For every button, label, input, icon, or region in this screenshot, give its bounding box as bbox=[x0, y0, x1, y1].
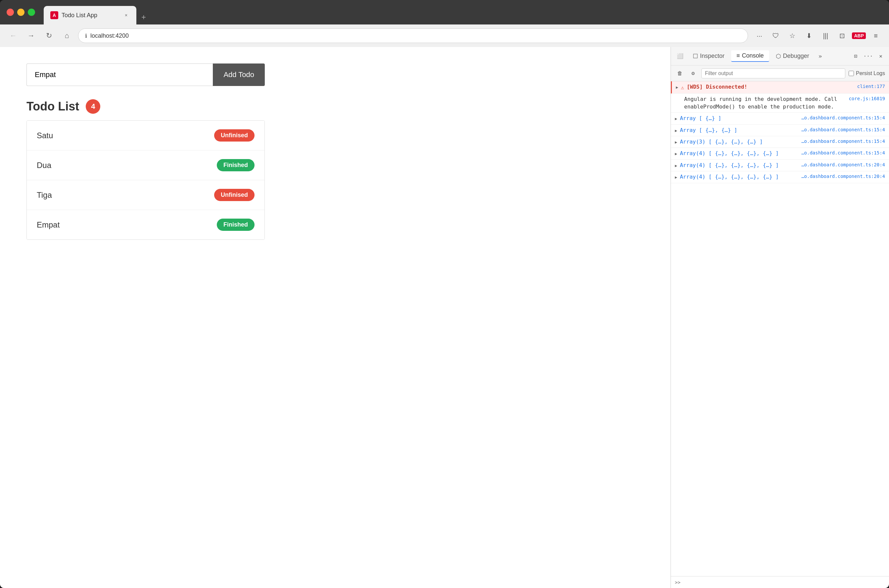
console-entry: ▶ Array(4) [ {…}, {…}, {…}, {…} ] …o.das… bbox=[671, 148, 889, 159]
nav-right-icons: ··· 🛡 ☆ ⬇ ||| ⊡ ABP ≡ bbox=[753, 29, 882, 42]
console-tab[interactable]: ≡ Console bbox=[731, 50, 769, 62]
console-entry: ▶ Array(3) [ {…}, {…}, {…} ] …o.dashboar… bbox=[671, 136, 889, 148]
filter-input[interactable] bbox=[701, 69, 845, 78]
traffic-light-minimize[interactable] bbox=[17, 9, 24, 16]
status-badge: Unfinised bbox=[214, 129, 254, 141]
console-prompt-icon: >> bbox=[675, 580, 680, 585]
expand-icon[interactable]: ▶ bbox=[675, 128, 677, 134]
console-multiline: Angular is running in the development mo… bbox=[684, 96, 846, 111]
console-text: Array(3) [ {…}, {…}, {…} ] bbox=[680, 138, 799, 146]
new-tab-button[interactable]: + bbox=[136, 10, 151, 24]
console-footer: >> bbox=[671, 576, 889, 588]
expand-icon[interactable]: ▶ bbox=[675, 151, 677, 157]
inspector-tab-label: Inspector bbox=[700, 52, 725, 60]
console-tab-label: Console bbox=[742, 52, 764, 59]
more-button[interactable]: ··· bbox=[753, 29, 766, 42]
console-text: Array [ {…}, {…} ] bbox=[680, 127, 799, 134]
todo-input[interactable] bbox=[27, 63, 213, 86]
forward-button[interactable]: → bbox=[24, 29, 38, 42]
info-icon: ℹ bbox=[85, 33, 87, 39]
menu-button[interactable]: ≡ bbox=[869, 29, 882, 42]
download-button[interactable]: ⬇ bbox=[802, 29, 815, 42]
todo-list-title: Todo List bbox=[27, 99, 79, 113]
console-source-link[interactable]: …o.dashboard.component.ts:20:4 bbox=[801, 173, 885, 180]
console-source-link[interactable]: …o.dashboard.component.ts:15:4 bbox=[801, 150, 885, 156]
console-tab-icon: ≡ bbox=[736, 52, 740, 59]
browser-window: A Todo List App × + ← → ↻ ⌂ ℹ localhost:… bbox=[0, 0, 889, 588]
library-button[interactable]: ||| bbox=[819, 29, 832, 42]
persist-logs-toggle[interactable]: Persist Logs bbox=[848, 70, 885, 76]
console-text: Array(4) [ {…}, {…}, {…}, {…} ] bbox=[680, 150, 799, 157]
nav-bar: ← → ↻ ⌂ ℹ localhost:4200 ··· 🛡 ☆ ⬇ ||| ⊡… bbox=[0, 24, 889, 47]
todo-count-badge: 4 bbox=[86, 99, 100, 114]
status-badge: Unfinised bbox=[214, 189, 254, 201]
debugger-tab-label: Debugger bbox=[783, 52, 809, 60]
console-entry: ▶ Array [ {…}, {…} ] …o.dashboard.compon… bbox=[671, 124, 889, 136]
tab-title: Todo List App bbox=[62, 12, 119, 19]
inspector-tab-icon: ☐ bbox=[693, 52, 698, 60]
devtools-dock-button[interactable]: ⊡ bbox=[851, 51, 860, 61]
todo-item-name: Tiga bbox=[37, 190, 52, 200]
add-todo-button[interactable]: Add Todo bbox=[213, 63, 265, 86]
devtools-icon[interactable]: ⬜ bbox=[674, 50, 686, 62]
star-button[interactable]: ☆ bbox=[786, 29, 799, 42]
expand-icon[interactable]: ▶ bbox=[675, 116, 677, 122]
back-button[interactable]: ← bbox=[7, 29, 20, 42]
devtools-right-icons: ⊡ ··· ✕ bbox=[851, 51, 886, 61]
persist-logs-label: Persist Logs bbox=[856, 70, 885, 76]
console-source-link[interactable]: core.js:16819 bbox=[848, 96, 885, 102]
console-text: [WDS] Disconnected! bbox=[687, 83, 854, 91]
tab-favicon: A bbox=[50, 11, 58, 19]
expand-icon[interactable]: ▶ bbox=[676, 85, 678, 90]
app-page: Add Todo Todo List 4 Satu Unfinised Dua … bbox=[0, 47, 671, 588]
console-text: Array [ {…} ] bbox=[680, 115, 799, 122]
todo-item-name: Satu bbox=[37, 131, 53, 140]
clear-console-button[interactable]: 🗑 bbox=[675, 69, 685, 78]
console-entry: Angular is running in the development mo… bbox=[671, 94, 889, 113]
debugger-tab[interactable]: ⬡ Debugger bbox=[770, 51, 815, 62]
traffic-light-close[interactable] bbox=[7, 9, 14, 16]
todo-input-row: Add Todo bbox=[27, 63, 265, 86]
todo-item[interactable]: Dua Finished bbox=[27, 150, 265, 180]
more-tabs-button[interactable]: » bbox=[816, 51, 825, 62]
todo-item[interactable]: Tiga Unfinised bbox=[27, 180, 265, 210]
tab-bar: A Todo List App × + bbox=[44, 0, 882, 24]
console-source-link[interactable]: …o.dashboard.component.ts:15:4 bbox=[801, 138, 885, 145]
expand-icon[interactable]: ▶ bbox=[675, 175, 677, 180]
error-icon: ⚠ bbox=[681, 84, 684, 91]
console-text: Array(4) [ {…}, {…}, {…}, {…} ] bbox=[680, 173, 799, 181]
console-source-link[interactable]: …o.dashboard.component.ts:20:4 bbox=[801, 162, 885, 168]
home-button[interactable]: ⌂ bbox=[60, 29, 74, 42]
traffic-light-maximize[interactable] bbox=[28, 9, 35, 16]
shield-button[interactable]: 🛡 bbox=[769, 29, 782, 42]
todo-item-name: Empat bbox=[37, 220, 60, 230]
devtools-panel: ⬜ ☐ Inspector ≡ Console ⬡ Debugger » ⊡ ·… bbox=[671, 47, 889, 588]
sidebar-toggle-button[interactable]: ⊡ bbox=[835, 29, 848, 42]
console-entry: ▶ ⚠ [WDS] Disconnected! client:177 bbox=[671, 81, 889, 94]
devtools-toolbar: 🗑 ⚙ Persist Logs bbox=[671, 66, 889, 81]
status-badge: Finished bbox=[217, 159, 254, 171]
console-entry: ▶ Array(4) [ {…}, {…}, {…}, {…} ] …o.das… bbox=[671, 160, 889, 171]
status-badge: Finished bbox=[217, 219, 254, 231]
persist-logs-checkbox[interactable] bbox=[848, 71, 854, 76]
console-source-link[interactable]: …o.dashboard.component.ts:15:4 bbox=[801, 127, 885, 133]
traffic-lights bbox=[7, 9, 35, 16]
abp-badge[interactable]: ABP bbox=[852, 32, 866, 39]
devtools-options-button[interactable]: ··· bbox=[863, 51, 873, 61]
expand-icon[interactable]: ▶ bbox=[675, 163, 677, 169]
devtools-close-button[interactable]: ✕ bbox=[876, 51, 886, 61]
active-tab[interactable]: A Todo List App × bbox=[44, 6, 136, 24]
console-output: ▶ ⚠ [WDS] Disconnected! client:177 Angul… bbox=[671, 81, 889, 576]
console-source-link[interactable]: client:177 bbox=[857, 83, 885, 90]
todo-item[interactable]: Satu Unfinised bbox=[27, 121, 265, 150]
tab-close-button[interactable]: × bbox=[122, 12, 130, 19]
expand-icon[interactable]: ▶ bbox=[675, 140, 677, 145]
devtools-tabs: ⬜ ☐ Inspector ≡ Console ⬡ Debugger » ⊡ ·… bbox=[671, 47, 889, 66]
console-source-link[interactable]: …o.dashboard.component.ts:15:4 bbox=[801, 115, 885, 122]
todo-item[interactable]: Empat Finished bbox=[27, 210, 265, 239]
refresh-button[interactable]: ↻ bbox=[42, 29, 56, 42]
main-content: Add Todo Todo List 4 Satu Unfinised Dua … bbox=[0, 47, 889, 588]
address-bar[interactable]: ℹ localhost:4200 bbox=[78, 28, 748, 43]
inspector-tab[interactable]: ☐ Inspector bbox=[687, 51, 730, 62]
debugger-tab-icon: ⬡ bbox=[776, 52, 781, 60]
